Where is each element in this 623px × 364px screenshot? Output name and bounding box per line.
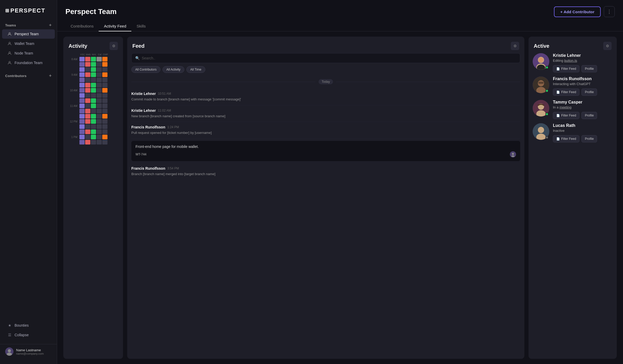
panels-area: Activity ⚙ VSCWebMAICalCMP 8 AM9 AM10 AM… [57, 31, 623, 364]
user-avatar [5, 347, 13, 356]
profile-button[interactable]: Profile [581, 65, 597, 72]
tabs-nav: ContributionsActivity FeedSkills [57, 17, 623, 31]
active-panel-header: Active ⚙ [529, 37, 617, 53]
tab-skills[interactable]: Skills [131, 21, 151, 31]
activity-cell [91, 67, 96, 72]
sidebar-item-label: Perspect Team [15, 32, 39, 36]
sidebar-item-perspect[interactable]: Perspect Team [2, 29, 55, 39]
activity-row [67, 114, 119, 119]
feed-date-divider: Today [131, 79, 520, 84]
activity-cell [91, 129, 96, 134]
activity-cell [97, 93, 102, 98]
activity-cell [97, 62, 102, 67]
feed-ticket-card: Front-end home page for mobile wallet. W… [131, 141, 520, 161]
sidebar-item-wallet[interactable]: Wallet Team [2, 39, 55, 48]
tab-contributions[interactable]: Contributions [65, 21, 99, 31]
sidebar: ⊞ PERSPECT Teams + Perspect Team Wallet … [0, 0, 57, 364]
activity-panel-title: Activity [69, 43, 87, 49]
activity-cell [79, 93, 85, 98]
activity-cell [102, 104, 107, 108]
profile-button[interactable]: Profile [581, 88, 597, 96]
active-gear-button[interactable]: ⚙ [603, 42, 612, 50]
tabs-container: ContributionsActivity FeedSkills [65, 21, 151, 31]
filter-feed-button[interactable]: 📄 Filter Feed [553, 112, 579, 119]
filter-feed-button[interactable]: 📄 Filter Feed [553, 88, 579, 96]
gear-icon: ⚙ [606, 44, 609, 48]
sidebar-user[interactable]: Name Lastname name@company.com [0, 344, 57, 359]
active-panel-title: Active [534, 43, 549, 49]
feed-gear-button[interactable]: ⚙ [511, 42, 519, 50]
entry-author: Francis Runolfsson [131, 166, 165, 170]
activity-cells [79, 135, 107, 139]
activity-cells [79, 109, 107, 113]
activity-cell [85, 93, 90, 98]
app-logo: ⊞ PERSPECT [0, 7, 57, 20]
status-dot [545, 136, 548, 139]
feed-panel-header: Feed ⚙ [127, 37, 524, 53]
contributor-actions: 📄 Filter Feed Profile [553, 88, 613, 96]
activity-cell [102, 93, 107, 98]
activity-cell [102, 88, 107, 93]
activity-cells [79, 67, 107, 72]
activity-cell [102, 83, 107, 87]
profile-button[interactable]: Profile [581, 112, 597, 119]
svg-point-3 [9, 61, 10, 63]
contributor-status: Inactive [553, 129, 613, 133]
profile-button[interactable]: Profile [581, 135, 597, 142]
more-options-button[interactable]: ⋮ [604, 6, 615, 17]
doc-icon: 📄 [556, 67, 560, 71]
activity-cell [85, 104, 90, 108]
activity-cell [97, 88, 102, 93]
collapse-icon: ☰ [7, 333, 12, 337]
activity-gear-button[interactable]: ⚙ [110, 42, 118, 50]
logo-icon: ⊞ [5, 8, 9, 13]
ticket-avatar [510, 151, 516, 157]
filter-chip-time[interactable]: All Time [186, 66, 205, 73]
teams-label: Teams [5, 23, 16, 27]
activity-cell [79, 109, 85, 113]
feed-content: 🔍 All ContributorsAll ActivityAll Time T… [127, 53, 524, 359]
activity-cell [102, 109, 107, 113]
contributor-info: Lucas Rath Inactive 📄 Filter Feed Profil… [553, 123, 613, 142]
sidebar-item-foundation[interactable]: Foundation Team [2, 58, 55, 67]
add-team-button[interactable]: + [49, 23, 52, 28]
activity-cell [85, 109, 90, 113]
activity-cell [102, 72, 107, 77]
activity-cell [102, 140, 107, 145]
activity-cell [102, 124, 107, 129]
activity-row: 8 AM [67, 57, 119, 61]
activity-cell [91, 114, 96, 119]
activity-cell [97, 104, 102, 108]
activity-cell [97, 124, 102, 129]
activity-cells [79, 140, 107, 145]
sidebar-item-label: Foundation Team [15, 61, 43, 65]
activity-col-headers: VSCWebMAICalCMP [67, 53, 119, 57]
filter-chip-activity[interactable]: All Activity [162, 66, 184, 73]
feed-entries: Kristie Lehner 10:51 AM Commit made to b… [131, 88, 520, 180]
filter-feed-button[interactable]: 📄 Filter Feed [553, 135, 579, 142]
sidebar-item-node[interactable]: Node Team [2, 49, 55, 58]
add-contributor-sidebar-button[interactable]: + [49, 73, 52, 78]
activity-cell [85, 72, 90, 77]
activity-cell [97, 140, 102, 145]
activity-cells [79, 83, 107, 87]
search-input[interactable] [142, 56, 516, 60]
contributor-status: In a meeting [553, 105, 613, 109]
activity-cell [97, 72, 102, 77]
collapse-nav-item[interactable]: ☰ Collapse [2, 330, 55, 340]
person-icon [7, 60, 12, 65]
page-title: Perspect Team [65, 8, 117, 16]
tab-activity_feed[interactable]: Activity Feed [99, 21, 131, 31]
feed-entry: Kristie Lehner 10:51 AM Commit made to b… [131, 88, 520, 105]
activity-cell [102, 135, 107, 139]
teams-nav: Perspect Team Wallet Team Node Team Foun… [0, 29, 57, 68]
bounties-nav-item[interactable]: ★ Bounties [2, 321, 55, 330]
bounties-label: Bounties [15, 323, 29, 327]
activity-cell [102, 98, 107, 103]
activity-row: 10 AM [67, 88, 119, 93]
activity-cell [91, 104, 96, 108]
filter-feed-button[interactable]: 📄 Filter Feed [553, 65, 579, 72]
add-contributor-button[interactable]: + Add Contributor [554, 6, 601, 17]
contributors-section-header: Contributors + [0, 71, 57, 80]
filter-chip-contributors[interactable]: All Contributors [131, 66, 160, 73]
